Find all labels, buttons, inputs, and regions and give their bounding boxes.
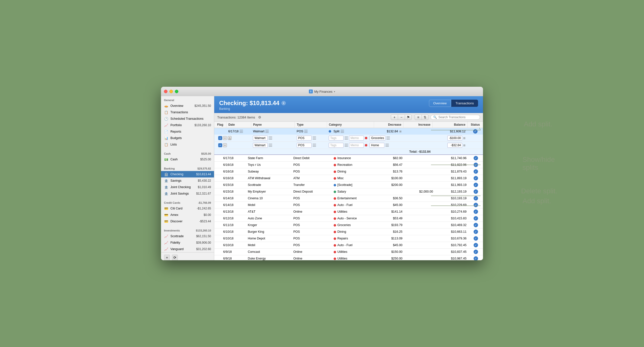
- sidebar-item-scheduled[interactable]: 🕐 Scheduled Transactions: [161, 116, 214, 122]
- sidebar-item-budgets[interactable]: 📊 Budgets: [161, 135, 214, 141]
- table-row[interactable]: 6/10/18 Burger King POS Dining $16.25 $1…: [214, 228, 483, 235]
- info-icon[interactable]: i: [282, 101, 286, 105]
- col-status[interactable]: Status: [468, 122, 483, 128]
- row-status-icon[interactable]: ✓: [474, 189, 478, 194]
- split-row2-cat-menu[interactable]: [386, 144, 389, 147]
- row-status-icon[interactable]: ✓: [474, 229, 478, 234]
- row-status-icon[interactable]: ✓: [474, 250, 478, 254]
- split-row1-type-menu[interactable]: [312, 137, 316, 140]
- list-view-button[interactable]: ≡: [415, 115, 422, 120]
- maximize-button[interactable]: [175, 90, 178, 93]
- row-status-icon[interactable]: ✓: [474, 163, 478, 167]
- sidebar-item-lists[interactable]: 📋 Lists: [161, 141, 214, 148]
- split-row1-payee-input[interactable]: Walmart: [253, 136, 268, 141]
- split-row1-cat-menu[interactable]: [386, 137, 390, 140]
- split-row2-category-input[interactable]: Home: [370, 143, 384, 148]
- sidebar-item-cash[interactable]: 💵 Cash $525.00: [161, 156, 214, 163]
- sidebar-item-joint-checking[interactable]: 🏦 Joint Checking $1,010.49: [161, 184, 214, 190]
- category-menu-icon[interactable]: [340, 130, 344, 133]
- type-menu-icon[interactable]: [304, 130, 308, 133]
- split-row2-memo-input[interactable]: Memo: [349, 143, 364, 148]
- col-decrease[interactable]: Decrease: [374, 122, 404, 128]
- split-row2-type-input[interactable]: POS: [297, 143, 312, 148]
- row-status-icon[interactable]: ✓: [474, 223, 478, 227]
- table-row[interactable]: 6/17/18 State Farm Direct Debit Insuranc…: [214, 155, 483, 162]
- dropdown-chevron[interactable]: ▾: [334, 90, 335, 93]
- sidebar-item-vanguard[interactable]: 📈 Vanguard $31,202.60: [161, 246, 214, 252]
- payee-menu-icon[interactable]: [265, 130, 269, 133]
- col-payee[interactable]: Payee: [251, 122, 294, 128]
- col-balance[interactable]: Balance: [432, 122, 468, 128]
- row-status-icon[interactable]: ✓: [474, 176, 478, 180]
- remove-transaction-button[interactable]: −: [398, 115, 405, 120]
- close-button[interactable]: [164, 90, 168, 93]
- table-row[interactable]: 6/11/18 Kroger POS Groceries $193.79 $10…: [214, 222, 483, 228]
- row-status-icon[interactable]: ✓: [474, 256, 478, 260]
- col-type[interactable]: Type: [295, 122, 327, 128]
- add-split2-button[interactable]: +: [218, 143, 222, 147]
- transactions-button[interactable]: Transactions: [451, 100, 478, 107]
- col-increase[interactable]: Increase: [404, 122, 433, 128]
- table-row[interactable]: 6/16/18 Toys r Us POS Recreation $56.47 …: [214, 162, 483, 168]
- row-status-icon[interactable]: ✓: [474, 196, 478, 200]
- split-row2-tags-input[interactable]: Tags: [329, 143, 344, 148]
- calc-icon[interactable]: ⊞: [399, 130, 402, 133]
- table-row[interactable]: 6/9/18 Comcast Online Utilities $150.00 …: [214, 249, 483, 255]
- add-split-button[interactable]: +: [218, 136, 222, 140]
- table-row[interactable]: 6/15/18 My Employer Direct Deposit Salar…: [214, 188, 483, 195]
- gear-icon[interactable]: ⚙: [258, 115, 261, 119]
- table-row[interactable]: 6/14/18 Cinema 10 POS Entertainment $36.…: [214, 195, 483, 202]
- row-status-icon[interactable]: ✓: [474, 209, 478, 214]
- col-flag[interactable]: Flag: [214, 122, 226, 128]
- sidebar-item-amex[interactable]: 💳 Amex $0.00: [161, 212, 214, 218]
- table-row[interactable]: 6/10/18 Mobil POS Auto - Fuel $45.00 $10…: [214, 242, 483, 249]
- sidebar-item-reports[interactable]: 📄 Reports: [161, 128, 214, 135]
- date-menu-icon[interactable]: [240, 130, 243, 133]
- row-status-icon[interactable]: ✓: [474, 169, 478, 174]
- split-row2-payee-menu[interactable]: [269, 144, 272, 147]
- split-row2-payee-input[interactable]: Walmart: [253, 143, 268, 148]
- row-status-icon[interactable]: ✓: [474, 183, 478, 187]
- table-row[interactable]: 6/13/18 AT&T Online Utilities $141.14 $1…: [214, 208, 483, 215]
- col-date[interactable]: Date: [226, 122, 251, 128]
- split-row2-tags-menu[interactable]: [344, 144, 348, 147]
- split-row1-calc-icon[interactable]: ⊞: [463, 137, 466, 140]
- sidebar-item-discover[interactable]: 💳 Discover -$523.44: [161, 218, 214, 225]
- table-row[interactable]: 6/16/18 Subway POS Dining $13.76 $11,879…: [214, 168, 483, 175]
- split-status-icon[interactable]: ✓: [473, 129, 478, 134]
- row-status-icon[interactable]: ✓: [474, 156, 478, 160]
- delete-split2-button[interactable]: −: [223, 143, 227, 147]
- split-row2-amount-input[interactable]: -$32.84: [447, 143, 462, 148]
- table-row[interactable]: 6/14/18 Mobil POS Auto - Fuel $45.00 $10…: [214, 202, 483, 208]
- split-row1-memo-input[interactable]: Memo: [349, 136, 364, 141]
- sidebar-item-citi[interactable]: 💳 Citi Card -$1,242.65: [161, 205, 214, 212]
- sidebar-item-fidelity[interactable]: 📈 Fidelity $39,906.00: [161, 239, 214, 246]
- sidebar-item-overview[interactable]: 🥧 Overview $245,351.50: [161, 103, 214, 109]
- minimize-button[interactable]: [170, 90, 173, 93]
- sidebar-item-joint-savings[interactable]: 🏦 Joint Savings $12,321.67: [161, 190, 214, 197]
- manage-accounts-button[interactable]: ⟳: [172, 254, 178, 260]
- show-hide-splits-button[interactable]: △: [228, 136, 232, 140]
- col-category[interactable]: Category: [327, 122, 374, 128]
- split-row2-calc-icon[interactable]: ⊞: [463, 144, 466, 147]
- sidebar-item-savings[interactable]: 🏦 Savings $5,430.22: [161, 177, 214, 184]
- flag-transaction-button[interactable]: ⚑: [405, 115, 412, 120]
- sort-button[interactable]: ⇅: [422, 115, 428, 120]
- add-account-button[interactable]: +: [164, 254, 170, 260]
- split-row1-category-input[interactable]: Groceries: [370, 136, 386, 141]
- table-row[interactable]: 6/9/18 Duke Energy Online Utilities $250…: [214, 255, 483, 260]
- split-row2-type-menu[interactable]: [312, 144, 316, 147]
- sidebar-item-scottrade[interactable]: 📈 Scottrade $62,151.50: [161, 233, 214, 239]
- table-row[interactable]: 6/16/18 ATM Withdrawal ATM Misc $100.00 …: [214, 175, 483, 182]
- sidebar-item-transactions[interactable]: 📋 Transactions: [161, 109, 214, 116]
- split-row1-tags-menu[interactable]: [344, 137, 348, 140]
- split-row1-payee-menu[interactable]: [269, 137, 272, 140]
- table-row[interactable]: 6/15/18 Scottrade Transfer [Scottrade] $…: [214, 182, 483, 188]
- row-status-icon[interactable]: ✓: [474, 216, 478, 221]
- table-row[interactable]: 6/10/18 Home Depot POS Repairs $113.09 $…: [214, 235, 483, 242]
- split-parent-row[interactable]: 6/17/18 Walmart: [214, 128, 483, 135]
- split-row1-amount-input[interactable]: -$100.00: [447, 136, 462, 141]
- row-status-icon[interactable]: ✓: [474, 243, 478, 247]
- row-status-icon[interactable]: ✓: [474, 203, 478, 207]
- row-status-icon[interactable]: ✓: [474, 236, 478, 241]
